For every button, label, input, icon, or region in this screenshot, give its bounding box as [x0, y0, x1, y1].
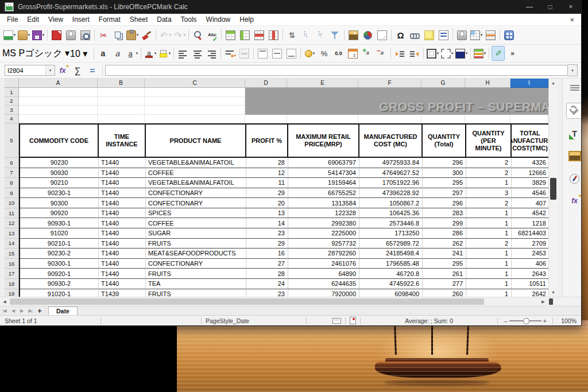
cell-A18[interactable]: 90930-2 — [20, 279, 99, 289]
cell-B1[interactable] — [98, 88, 145, 97]
zoom-slider[interactable] — [509, 320, 541, 321]
cell-I10[interactable]: 407 — [512, 198, 548, 208]
row-header-7[interactable]: 7 — [5, 168, 19, 178]
menu-edit[interactable]: Edit — [22, 15, 44, 24]
print-preview-button[interactable] — [79, 28, 92, 42]
cell-E4[interactable] — [287, 115, 358, 124]
cell-F17[interactable]: 46720.8 — [359, 269, 423, 279]
cell-I4[interactable] — [510, 115, 548, 124]
cell-I9[interactable]: 4546 — [512, 188, 548, 199]
column-header-D[interactable]: D — [245, 79, 287, 88]
column-header-F[interactable]: F — [358, 79, 421, 88]
print-area-button[interactable] — [455, 28, 469, 42]
title-bar[interactable]: GrossProfit-Supermarkets.xls - LibreOffi… — [0, 0, 581, 14]
background-color-button[interactable]: ▾ — [455, 46, 468, 61]
cell-E18[interactable]: 6244635 — [288, 279, 359, 289]
cell-H14[interactable]: 2 — [466, 239, 512, 249]
delete-decimal-place-button[interactable]: .0 — [375, 46, 388, 61]
highlighting-color-dropdown-icon[interactable]: ▾ — [169, 51, 171, 56]
scroll-down-icon[interactable]: ▼ — [549, 288, 558, 297]
cell-D10[interactable]: 20 — [246, 198, 288, 208]
row-header-6[interactable]: 6 — [5, 158, 19, 168]
cell-B19[interactable]: T1439 — [99, 289, 146, 297]
align-top-button[interactable] — [256, 46, 269, 61]
insert-special-character-button[interactable]: Ω — [394, 28, 407, 42]
first-sheet-icon[interactable]: |◀ — [0, 308, 9, 313]
format-as-date-button[interactable] — [346, 46, 359, 61]
row-header-5[interactable]: 5 — [5, 123, 19, 158]
find-and-replace-button[interactable] — [191, 28, 204, 42]
row-header-12[interactable]: 12 — [5, 218, 19, 228]
row-header-10[interactable]: 10 — [5, 198, 19, 208]
cell-E14[interactable]: 9257732 — [288, 239, 359, 249]
cell-I11[interactable]: 4542 — [512, 208, 548, 219]
cell-C4[interactable] — [145, 115, 245, 124]
copy-button[interactable] — [111, 28, 125, 42]
cell-B4[interactable] — [98, 115, 145, 124]
cell-C6[interactable]: VEGETABLE&ANIMALFATOIL — [146, 158, 246, 168]
cell-F19[interactable]: 6098400 — [359, 289, 423, 297]
cell-B16[interactable]: T1440 — [99, 259, 146, 269]
autofilter-button[interactable] — [328, 28, 342, 42]
cell-A1[interactable] — [19, 88, 98, 97]
conditional-formatting-button[interactable]: ▾ — [473, 46, 486, 61]
cell-B3[interactable] — [98, 106, 145, 115]
cell-D14[interactable]: 29 — [246, 239, 288, 249]
header-cell-B5[interactable]: TIME INSTANCE — [99, 125, 146, 158]
cell-A7[interactable]: 90930 — [20, 168, 99, 178]
cell-F7[interactable]: 47649627.52 — [359, 168, 423, 178]
add-sheet-button[interactable]: + — [34, 307, 45, 315]
name-box-dropdown-icon[interactable]: ▾ — [45, 65, 55, 75]
align-right-button[interactable] — [205, 46, 218, 61]
cell-F10[interactable]: 1050867.2 — [359, 198, 423, 208]
center-vertically-button[interactable] — [270, 46, 284, 61]
close-document-icon[interactable]: × — [570, 15, 574, 24]
scroll-right-icon[interactable]: ▶ — [539, 300, 548, 304]
cell-A9[interactable]: 90230-1 — [20, 188, 99, 199]
column-header-H[interactable]: H — [465, 79, 510, 88]
borders-button[interactable]: ▾ — [426, 46, 439, 61]
next-sheet-icon[interactable]: ▶ — [17, 308, 26, 313]
select-all-corner[interactable] — [5, 79, 19, 88]
design-mode-button[interactable]: ✎ — [492, 46, 505, 61]
sidebar-toggle-button[interactable] — [502, 28, 516, 42]
insert-image-button[interactable] — [347, 28, 360, 42]
zoom-in-button[interactable]: + — [541, 317, 548, 324]
align-left-button[interactable] — [176, 46, 189, 61]
row-header-11[interactable]: 11 — [5, 208, 19, 219]
cell-D6[interactable]: 28 — [246, 158, 288, 168]
cell-A17[interactable]: 90920-1 — [20, 269, 99, 279]
page-style[interactable]: PageStyle_Date — [206, 317, 302, 324]
cell-E16[interactable]: 2461076 — [288, 259, 359, 269]
cell-E8[interactable]: 19159464 — [288, 178, 359, 188]
cell-B8[interactable]: T1440 — [99, 178, 146, 188]
cell-G19[interactable]: 260 — [423, 289, 466, 297]
cell-E17[interactable]: 64890 — [288, 269, 359, 279]
cell-A11[interactable]: 90920 — [20, 208, 99, 219]
zoom-slider-thumb[interactable] — [523, 318, 529, 324]
column-header-B[interactable]: B — [98, 79, 145, 88]
insert-pivot-table-button[interactable] — [376, 28, 389, 42]
close-button[interactable]: × — [560, 0, 581, 14]
cell-H6[interactable]: 2 — [466, 158, 512, 168]
cell-H17[interactable]: 1 — [466, 269, 512, 279]
cell-D7[interactable]: 12 — [246, 168, 288, 178]
cell-A12[interactable]: 90930-1 — [20, 218, 99, 228]
column-header-C[interactable]: C — [145, 79, 245, 88]
font-color-button[interactable]: a▾ — [144, 46, 157, 61]
cell-C17[interactable]: FRUITS — [146, 269, 246, 279]
cell-F11[interactable]: 106425.36 — [359, 208, 423, 219]
bold-button[interactable]: a — [96, 46, 110, 61]
scroll-up-icon[interactable]: ▲ — [549, 79, 558, 87]
cell-F13[interactable]: 1713250 — [359, 228, 423, 239]
cell-F18[interactable]: 4745922.6 — [359, 279, 423, 289]
freeze-rows-and-columns-dropdown-icon[interactable]: ▾ — [481, 33, 483, 37]
cell-I15[interactable]: 2453 — [512, 249, 548, 259]
print-button[interactable] — [64, 28, 78, 42]
cell-C13[interactable]: SUGAR — [146, 228, 246, 239]
cell-B12[interactable]: T1440 — [99, 218, 146, 228]
cell-D8[interactable]: 11 — [246, 178, 288, 188]
column-header-I[interactable]: I — [510, 79, 548, 88]
borders-dropdown-icon[interactable]: ▾ — [437, 51, 439, 56]
sort-descending-button[interactable]: ↓ — [300, 28, 313, 42]
